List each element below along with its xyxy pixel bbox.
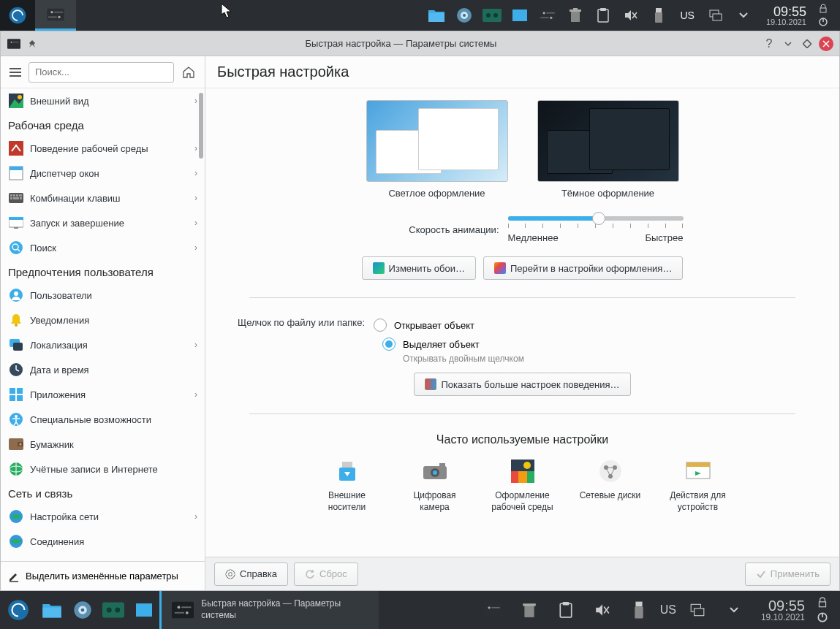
task-settings-bottom[interactable]: Быстрая настройка — Параметры системы bbox=[159, 591, 379, 629]
freq-theme[interactable]: Оформление рабочей среды bbox=[490, 457, 556, 513]
freq-removable[interactable]: Внешние носители bbox=[314, 457, 380, 513]
sidebar-item-startup[interactable]: Запуск и завершение› bbox=[1, 210, 205, 235]
clipboard-icon[interactable] bbox=[592, 4, 614, 26]
sidebar-item-search[interactable]: Поиск› bbox=[1, 235, 205, 260]
svg-point-118 bbox=[178, 606, 181, 609]
keyboard-layout-bottom[interactable]: US bbox=[660, 603, 676, 617]
sidebar-scrollbar[interactable] bbox=[199, 93, 203, 159]
dark-theme-thumb[interactable] bbox=[537, 100, 679, 182]
settings-icon[interactable] bbox=[537, 4, 559, 26]
sidebar-item-datetime[interactable]: Дата и время bbox=[1, 357, 205, 382]
freq-device-actions[interactable]: Действия для устройств bbox=[665, 457, 731, 513]
browser-icon[interactable] bbox=[453, 4, 475, 26]
chevron-down-icon-bottom[interactable] bbox=[719, 595, 749, 625]
sidebar-item-notifications[interactable]: Уведомления bbox=[1, 308, 205, 332]
network-icon-bottom[interactable] bbox=[682, 595, 713, 625]
hamburger-icon[interactable] bbox=[7, 64, 24, 81]
cassette-icon[interactable] bbox=[481, 4, 503, 26]
svg-point-2 bbox=[50, 11, 53, 13]
trash-icon[interactable] bbox=[564, 4, 586, 26]
volume-mute-icon-bottom[interactable] bbox=[587, 595, 618, 625]
minimize-icon[interactable] bbox=[781, 37, 795, 51]
pin-icon[interactable] bbox=[26, 37, 40, 51]
sidebar-item-locale[interactable]: Локализация› bbox=[1, 332, 205, 357]
lock-icon-bottom[interactable] bbox=[817, 597, 828, 609]
volume-mute-icon[interactable] bbox=[620, 4, 642, 26]
svg-rect-82 bbox=[342, 462, 352, 468]
radio-selects[interactable] bbox=[382, 338, 396, 351]
top-panel: US 09:55 19.10.2021 bbox=[0, 0, 840, 31]
files-icon-bottom[interactable] bbox=[37, 595, 67, 625]
freq-camera[interactable]: Цифровая камера bbox=[402, 457, 468, 513]
settings-icon-bottom[interactable] bbox=[477, 595, 508, 625]
freq-netdrives[interactable]: Сетевые диски bbox=[578, 457, 643, 513]
light-theme-label: Светлое оформление bbox=[366, 188, 508, 199]
clock-bottom[interactable]: 09:55 19.10.2021 bbox=[755, 598, 811, 622]
sidebar-item-workspace-behavior[interactable]: Поведение рабочей среды› bbox=[1, 136, 205, 161]
svg-point-112 bbox=[81, 609, 85, 612]
radio-opens[interactable] bbox=[374, 319, 387, 332]
help-button[interactable]: Справка bbox=[214, 563, 288, 586]
sidebar-item-window-mgmt[interactable]: Диспетчер окон› bbox=[1, 161, 205, 186]
close-icon[interactable] bbox=[819, 37, 833, 51]
svg-point-15 bbox=[543, 12, 545, 14]
sidebar-item-accessibility[interactable]: Специальные возможности bbox=[1, 407, 205, 432]
app-launcher-top[interactable] bbox=[0, 0, 35, 31]
sidebar-item-apps[interactable]: Приложения› bbox=[1, 382, 205, 407]
trash-icon-bottom[interactable] bbox=[514, 595, 545, 625]
chevron-down-icon[interactable] bbox=[733, 4, 754, 26]
network-icon[interactable] bbox=[705, 4, 727, 26]
svg-point-93 bbox=[599, 460, 621, 482]
light-theme-thumb[interactable] bbox=[366, 100, 508, 182]
search-input[interactable] bbox=[29, 62, 174, 83]
svg-rect-48 bbox=[16, 194, 18, 197]
titlebar[interactable]: Быстрая настройка — Параметры системы ? bbox=[1, 31, 839, 56]
svg-point-92 bbox=[523, 462, 531, 469]
app-launcher-bottom[interactable] bbox=[0, 591, 37, 629]
svg-rect-90 bbox=[518, 471, 527, 483]
svg-rect-16 bbox=[547, 12, 555, 14]
bottom-panel: Быстрая настройка — Параметры системы US… bbox=[0, 591, 840, 629]
anim-speed-slider[interactable]: МедленнееБыстрее bbox=[508, 216, 684, 243]
cassette-icon-bottom[interactable] bbox=[98, 595, 129, 625]
usb-icon-bottom[interactable] bbox=[624, 595, 654, 625]
theme-settings-button[interactable]: Перейти в настройки оформления… bbox=[483, 256, 683, 280]
help-titlebar-icon[interactable]: ? bbox=[762, 37, 776, 51]
browser-icon-bottom[interactable] bbox=[67, 595, 98, 625]
maximize-icon[interactable] bbox=[800, 37, 814, 51]
svg-rect-36 bbox=[803, 39, 811, 47]
sidebar-item-connections[interactable]: Соединения bbox=[1, 529, 205, 554]
home-icon[interactable] bbox=[178, 62, 199, 83]
svg-point-72 bbox=[15, 415, 18, 418]
svg-rect-47 bbox=[13, 194, 15, 197]
svg-rect-134 bbox=[695, 609, 704, 616]
power-icon[interactable] bbox=[818, 17, 828, 27]
sidebar-item-online-accounts[interactable]: Учётные записи в Интернете bbox=[1, 457, 205, 481]
sidebar-item-users[interactable]: Пользователи bbox=[1, 283, 205, 308]
svg-rect-46 bbox=[10, 194, 12, 197]
svg-rect-26 bbox=[656, 8, 662, 12]
sidebar-item-shortcuts[interactable]: Комбинации клавиш› bbox=[1, 186, 205, 210]
power-icon-bottom[interactable] bbox=[817, 611, 828, 623]
clipboard-icon-bottom[interactable] bbox=[550, 595, 581, 625]
sidebar-item-network[interactable]: Настройка сети› bbox=[1, 504, 205, 529]
desktop-icon[interactable] bbox=[509, 4, 531, 26]
svg-rect-50 bbox=[10, 197, 12, 199]
more-behavior-button[interactable]: Показать больше настроек поведения… bbox=[414, 373, 630, 396]
change-wallpaper-button[interactable]: Изменить обои… bbox=[362, 256, 476, 280]
files-icon[interactable] bbox=[425, 4, 447, 26]
lock-icon[interactable] bbox=[818, 4, 828, 14]
behavior-icon bbox=[425, 378, 436, 390]
svg-rect-122 bbox=[483, 603, 502, 617]
keyboard-layout-top[interactable]: US bbox=[676, 9, 698, 21]
usb-icon[interactable] bbox=[648, 4, 670, 26]
desktop-icon-bottom[interactable] bbox=[129, 595, 159, 625]
sidebar-item-appearance[interactable]: Внешний вид› bbox=[1, 88, 205, 113]
task-settings-top[interactable] bbox=[35, 0, 76, 31]
sidebar-item-wallet[interactable]: Бумажник bbox=[1, 432, 205, 457]
apply-button: Применить bbox=[745, 563, 830, 586]
svg-rect-124 bbox=[491, 607, 499, 609]
clock-top[interactable]: 09:55 19.10.2021 bbox=[760, 5, 812, 26]
svg-point-87 bbox=[433, 470, 437, 475]
highlight-changed-button[interactable]: Выделить изменённые параметры bbox=[1, 561, 205, 590]
